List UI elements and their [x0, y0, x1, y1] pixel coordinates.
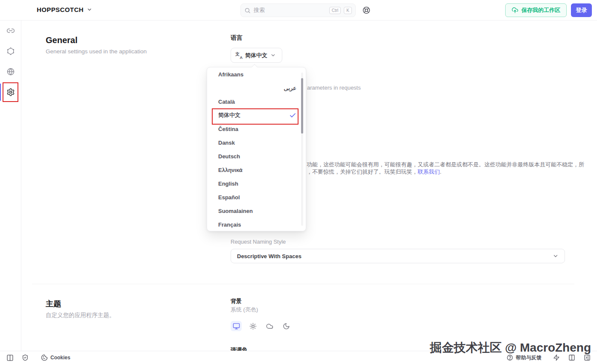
help-circle-icon [506, 354, 513, 361]
app-logo-menu[interactable]: HOPPSCOTCH [37, 6, 92, 13]
background-theme-options [231, 321, 292, 331]
moon-icon [283, 323, 290, 330]
language-label: 语言 [231, 34, 243, 42]
cookies-label: Cookies [50, 355, 70, 361]
language-option[interactable]: Afrikaans [207, 67, 306, 81]
theme-light-button[interactable] [247, 321, 258, 331]
language-option-label: 简体中文 [218, 111, 289, 119]
language-option[interactable]: Français [207, 218, 306, 231]
bottom-status-bar: Cookies 帮助与反馈 [0, 351, 597, 364]
request-naming-style-value: Descriptive With Spaces [237, 253, 301, 259]
language-option-label: Català [218, 99, 296, 105]
experimental-features-description: 功能，这些功能可能会很有用，可能很有趣，又或者二者都是或都不是。这些功能并非最终… [307, 161, 588, 175]
theme-section-title: 主题 [46, 299, 61, 309]
language-option-label: Afrikaans [218, 71, 296, 78]
expand-panel-button[interactable] [582, 353, 593, 362]
request-naming-style-label: Request Naming Style [231, 239, 286, 245]
chevron-down-icon [270, 52, 276, 58]
language-option[interactable]: 简体中文 [207, 108, 306, 122]
theme-system-button[interactable] [231, 321, 242, 331]
language-option[interactable]: Deutsch [207, 149, 306, 163]
language-option-label: Español [218, 194, 296, 201]
life-buoy-icon [362, 6, 371, 15]
language-option[interactable]: عربى [207, 81, 306, 95]
globe-icon [6, 67, 15, 76]
cloud-icon [266, 323, 273, 330]
translate-icon: 文A [235, 52, 242, 59]
settings-page: General General settings used in the app… [21, 20, 597, 351]
search-placeholder: 搜索 [254, 6, 326, 14]
theme-cloud-button[interactable] [264, 321, 275, 331]
interceptor-button[interactable] [20, 353, 31, 362]
chevron-down-icon [553, 253, 559, 259]
language-select-button[interactable]: 文A 简体中文 [231, 48, 282, 63]
check-icon [289, 112, 296, 119]
language-current-value: 简体中文 [245, 52, 267, 59]
language-option[interactable]: Català [207, 95, 306, 108]
cookie-icon [41, 354, 48, 361]
language-option-label: Ελληνικά [218, 167, 296, 173]
background-label: 背景 [231, 297, 242, 305]
theme-dark-button[interactable] [281, 321, 292, 331]
language-option-label: Deutsch [218, 153, 296, 160]
kbd-k: K [344, 7, 352, 14]
help-feedback-label: 帮助与反馈 [516, 354, 541, 361]
settings-gear-icon [6, 88, 15, 96]
login-label: 登录 [576, 6, 587, 14]
vertical-layout-button[interactable] [566, 353, 577, 362]
sun-icon [249, 323, 257, 330]
language-option[interactable]: Suomalainen [207, 204, 306, 218]
search-input[interactable]: 搜索 Ctrl K [240, 3, 356, 17]
link-icon [6, 26, 15, 35]
sidebar-item-rest[interactable] [0, 20, 21, 41]
language-option[interactable]: Español [207, 190, 306, 204]
general-section-title: General [46, 35, 77, 45]
language-option[interactable]: English [207, 177, 306, 190]
accent-color-label-clipped: 强调色 [231, 346, 247, 351]
save-workspace-label: 保存我的工作区 [521, 6, 560, 14]
language-dropdown-list: AfrikaansعربىCatalà简体中文ČeštinaDanskDeuts… [207, 67, 306, 231]
language-option-label: عربى [218, 85, 296, 91]
save-workspace-button[interactable]: 保存我的工作区 [505, 3, 567, 17]
language-option-label: Dansk [218, 140, 296, 146]
language-option[interactable]: Dansk [207, 136, 306, 149]
toggle-sidebar-button[interactable] [4, 353, 15, 362]
search-icon [244, 7, 251, 14]
help-feedback-button[interactable]: 帮助与反馈 [506, 354, 541, 361]
login-button[interactable]: 登录 [571, 3, 592, 17]
monitor-icon [233, 323, 240, 330]
cookies-button[interactable]: Cookies [41, 354, 70, 361]
sidebar-item-settings[interactable] [0, 82, 21, 102]
sidebar-item-realtime[interactable] [0, 61, 21, 82]
zap-icon [553, 354, 560, 361]
background-value: 系统 (亮色) [231, 306, 258, 314]
experimental-line-1: 功能，这些功能可能会很有用，可能很有趣，又或者二者都是或都不是。这些功能并非最终… [307, 161, 588, 169]
dropdown-scrollbar-thumb[interactable] [301, 78, 303, 134]
language-option-label: Suomalainen [218, 208, 296, 214]
language-option-label: Français [218, 221, 296, 228]
top-bar: HOPPSCOTCH 搜索 Ctrl K 保存我的工作区 登录 [0, 0, 597, 20]
language-option-label: Čeština [218, 126, 296, 132]
theme-section-subtitle: 自定义您的应用程序主题。 [46, 312, 115, 319]
support-button[interactable] [362, 6, 371, 15]
hoppscotch-app: HOPPSCOTCH 搜索 Ctrl K 保存我的工作区 登录 [0, 0, 597, 364]
columns-icon [568, 354, 575, 361]
shield-check-icon [22, 354, 29, 361]
request-naming-style-select[interactable]: Descriptive With Spaces [231, 249, 565, 263]
graphql-icon [6, 47, 15, 55]
language-option[interactable]: Ελληνικά [207, 163, 306, 177]
general-section-subtitle: General settings used in the application [46, 48, 146, 55]
cloud-upload-icon [512, 7, 518, 14]
sidebar-item-graphql[interactable] [0, 41, 21, 61]
language-option-label: English [218, 181, 296, 187]
language-dropdown-panel: AfrikaansعربىCatalà简体中文ČeštinaDanskDeuts… [207, 67, 306, 231]
primary-sidebar [0, 20, 21, 351]
contact-us-link[interactable]: 联系我们 [418, 169, 440, 175]
chevron-down-icon [87, 7, 92, 12]
language-option[interactable]: Čeština [207, 122, 306, 136]
panel-right-open-icon [584, 354, 591, 361]
app-title: HOPPSCOTCH [37, 6, 84, 13]
section-divider [32, 284, 574, 284]
shortcuts-button[interactable] [551, 353, 562, 362]
panel-left-icon [6, 354, 14, 361]
